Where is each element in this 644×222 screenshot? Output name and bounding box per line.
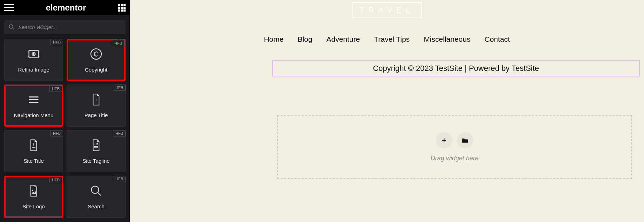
hfb-badge: HFB: [51, 39, 63, 45]
search-box: [4, 20, 126, 34]
svg-point-4: [33, 53, 34, 54]
site-logo-icon: [28, 184, 39, 197]
site-title-icon: T: [28, 139, 39, 152]
retina-image-icon: [27, 48, 40, 60]
widget-label: Navigation Menu: [14, 112, 54, 118]
search-wrap: [0, 15, 130, 39]
hfb-badge: HFB: [49, 177, 62, 183]
svg-point-0: [9, 25, 13, 28]
copyright-icon: [90, 48, 102, 60]
widget-copyright[interactable]: HFB Copyright: [67, 39, 126, 81]
widget-label: Site Title: [24, 158, 44, 164]
svg-line-19: [98, 192, 101, 195]
sidebar-header: elementor: [0, 0, 130, 15]
preview-canvas: TRAVEL Home Blog Adventure Travel Tips M…: [130, 0, 644, 222]
site-tagline-icon: T: [91, 139, 101, 152]
svg-point-18: [92, 186, 99, 193]
nav-link-travel-tips[interactable]: Travel Tips: [374, 35, 410, 43]
widget-label: Page Title: [85, 112, 108, 118]
nav-link-contact[interactable]: Contact: [484, 35, 510, 43]
nav-link-miscellaneous[interactable]: Miscellaneous: [424, 35, 470, 43]
widget-label: Copyright: [85, 67, 107, 73]
hfb-badge: HFB: [113, 176, 126, 182]
widget-label: Site Tagline: [82, 158, 109, 164]
search-icon: [8, 24, 15, 30]
widget-search[interactable]: HFB Search: [67, 176, 126, 218]
widget-label: Search: [88, 203, 105, 209]
widget-retina-image[interactable]: HFB Retina Image: [4, 39, 63, 81]
svg-text:T: T: [95, 97, 97, 101]
svg-point-17: [32, 190, 33, 191]
elementor-logo: elementor: [46, 3, 86, 13]
dropzone-buttons: [436, 132, 473, 148]
widget-site-title[interactable]: HFB T Site Title: [4, 130, 63, 172]
hfb-badge: HFB: [113, 85, 126, 91]
dropzone-hint: Drag widget here: [430, 155, 478, 162]
search-widget-icon: [90, 184, 102, 197]
svg-point-5: [91, 49, 101, 59]
widget-site-logo[interactable]: HFB Site Logo: [4, 176, 63, 218]
hfb-badge: HFB: [51, 130, 63, 136]
folder-icon: [462, 137, 469, 143]
site-nav: Home Blog Adventure Travel Tips Miscella…: [130, 35, 644, 43]
widget-grid: HFB Retina Image HFB Copyright HFB Navig…: [0, 39, 130, 222]
elementor-sidebar: elementor HFB Retina Image HFB Copyright…: [0, 0, 130, 222]
svg-text:T: T: [94, 142, 96, 145]
add-widget-button[interactable]: [436, 132, 452, 148]
svg-text:T: T: [33, 142, 35, 146]
widget-page-title[interactable]: HFB T Page Title: [67, 85, 126, 127]
page-title-icon: T: [91, 93, 101, 106]
widget-label: Retina Image: [18, 67, 49, 73]
nav-link-adventure[interactable]: Adventure: [326, 35, 360, 43]
navigation-menu-icon: [27, 93, 40, 106]
widget-navigation-menu[interactable]: HFB Navigation Menu: [4, 85, 63, 127]
search-input[interactable]: [18, 24, 121, 30]
nav-link-home[interactable]: Home: [264, 35, 283, 43]
site-logo-text: TRAVEL: [352, 2, 422, 18]
nav-link-blog[interactable]: Blog: [297, 35, 312, 43]
widget-site-tagline[interactable]: HFB T Site Tagline: [67, 130, 126, 172]
hfb-badge: HFB: [112, 40, 125, 46]
hfb-badge: HFB: [113, 130, 126, 136]
widget-label: Site Logo: [22, 203, 45, 209]
apps-grid-icon[interactable]: [118, 4, 126, 12]
template-library-button[interactable]: [457, 132, 473, 148]
hamburger-menu-icon[interactable]: [4, 3, 14, 13]
widget-dropzone[interactable]: Drag widget here: [277, 115, 632, 179]
plus-icon: [441, 137, 447, 143]
copyright-widget[interactable]: Copyright © 2023 TestSite | Powered by T…: [272, 60, 640, 76]
svg-line-1: [12, 28, 14, 29]
hfb-badge: HFB: [49, 86, 62, 92]
